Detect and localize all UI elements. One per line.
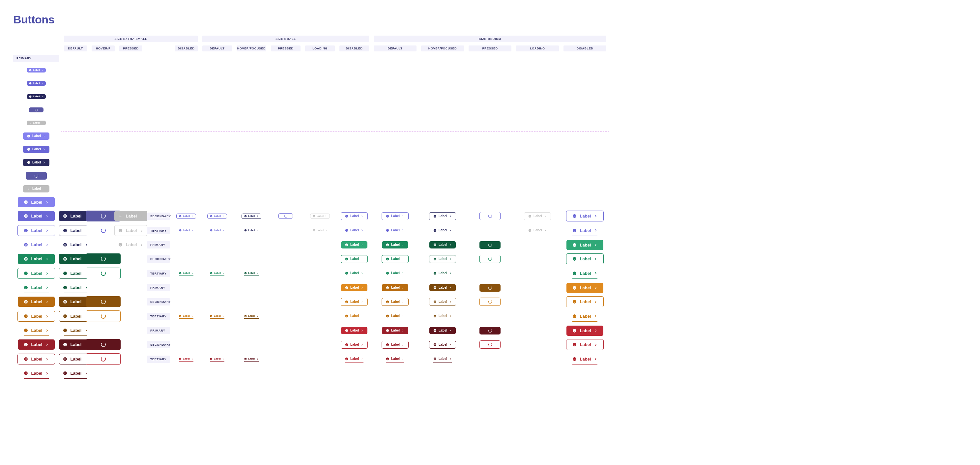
green-tertiary-xs-hover-button[interactable]: Label bbox=[210, 271, 224, 276]
orange-primary-md-default-button[interactable]: Label bbox=[566, 283, 604, 293]
red-tertiary-md-hover-button[interactable]: Label bbox=[24, 368, 49, 379]
green-tertiary-xs-default-button[interactable]: Label bbox=[179, 271, 193, 276]
purple-secondary-xs-hover-button[interactable]: Label bbox=[207, 213, 227, 219]
orange-primary-sm-loading-button[interactable] bbox=[479, 284, 501, 291]
red-tertiary-xs-hover-button[interactable]: Label bbox=[210, 357, 224, 361]
green-primary-sm-pressed-button[interactable]: Label bbox=[430, 241, 456, 248]
green-secondary-sm-loading-button[interactable] bbox=[479, 255, 501, 263]
orange-primary-sm-default-button[interactable]: Label bbox=[341, 284, 368, 291]
purple-tertiary-sm-disabled-button[interactable]: Label bbox=[528, 227, 547, 234]
red-tertiary-xs-default-button[interactable]: Label bbox=[179, 357, 193, 361]
orange-secondary-sm-hover-button[interactable]: Label bbox=[382, 298, 409, 306]
purple-secondary-sm-pressed-button[interactable]: Label bbox=[429, 212, 456, 220]
green-tertiary-sm-hover-button[interactable]: Label bbox=[386, 269, 404, 277]
green-primary-md-default-button[interactable]: Label bbox=[566, 240, 604, 250]
purple-primary-sm-default-button[interactable]: Label bbox=[23, 132, 49, 140]
orange-primary-md-loading-button[interactable] bbox=[86, 296, 121, 307]
green-primary-md-hover-button[interactable]: Label bbox=[18, 254, 55, 264]
red-secondary-sm-pressed-button[interactable]: Label bbox=[429, 341, 456, 349]
orange-tertiary-sm-default-button[interactable]: Label bbox=[345, 312, 363, 320]
purple-secondary-md-hover-button[interactable]: Label bbox=[18, 225, 56, 236]
orange-secondary-md-loading-button[interactable] bbox=[86, 311, 121, 322]
purple-secondary-sm-hover-button[interactable]: Label bbox=[382, 212, 409, 220]
green-secondary-md-default-button[interactable]: Label bbox=[566, 253, 604, 264]
orange-tertiary-md-default-button[interactable]: Label bbox=[573, 311, 598, 322]
purple-primary-sm-loading-button[interactable] bbox=[26, 172, 47, 180]
orange-tertiary-xs-default-button[interactable]: Label bbox=[179, 314, 193, 318]
green-secondary-sm-default-button[interactable]: Label bbox=[341, 255, 368, 263]
purple-tertiary-sm-default-button[interactable]: Label bbox=[345, 227, 363, 234]
purple-tertiary-md-default-button[interactable]: Label bbox=[573, 225, 598, 236]
green-primary-sm-loading-button[interactable] bbox=[479, 241, 501, 249]
purple-tertiary-xs-pressed-button[interactable]: Label bbox=[244, 228, 259, 233]
orange-secondary-sm-pressed-button[interactable]: Label bbox=[429, 298, 456, 306]
purple-secondary-xs-pressed-button[interactable]: Label bbox=[242, 213, 261, 219]
red-primary-md-hover-button[interactable]: Label bbox=[18, 339, 55, 350]
red-tertiary-sm-default-button[interactable]: Label bbox=[345, 355, 363, 363]
purple-secondary-md-disabled-button[interactable]: Label bbox=[115, 225, 147, 236]
purple-secondary-md-default-button[interactable]: Label bbox=[566, 210, 604, 221]
orange-primary-sm-pressed-button[interactable]: Label bbox=[430, 284, 456, 291]
purple-tertiary-xs-default-button[interactable]: Label bbox=[179, 228, 193, 233]
purple-primary-md-hover-button[interactable]: Label bbox=[18, 211, 55, 221]
purple-primary-sm-pressed-button[interactable]: Label bbox=[23, 159, 49, 166]
green-primary-md-loading-button[interactable] bbox=[86, 253, 121, 264]
purple-primary-xs-loading-button[interactable] bbox=[29, 107, 43, 112]
red-primary-sm-pressed-button[interactable]: Label bbox=[430, 327, 456, 334]
purple-secondary-sm-loading-button[interactable] bbox=[479, 212, 501, 220]
orange-tertiary-md-hover-button[interactable]: Label bbox=[24, 325, 49, 336]
orange-tertiary-xs-pressed-button[interactable]: Label bbox=[244, 314, 259, 318]
orange-secondary-md-hover-button[interactable]: Label bbox=[18, 311, 56, 322]
red-secondary-sm-hover-button[interactable]: Label bbox=[382, 341, 409, 349]
green-secondary-md-hover-button[interactable]: Label bbox=[18, 268, 56, 279]
purple-primary-sm-hover-button[interactable]: Label bbox=[23, 146, 49, 153]
purple-secondary-xs-disabled-button[interactable]: Label bbox=[310, 213, 330, 219]
purple-primary-md-disabled-button[interactable]: Label bbox=[115, 211, 147, 221]
purple-secondary-xs-loading-button[interactable] bbox=[278, 213, 293, 219]
green-secondary-sm-pressed-button[interactable]: Label bbox=[429, 255, 456, 263]
red-primary-md-loading-button[interactable] bbox=[86, 339, 121, 350]
purple-primary-xs-disabled-button[interactable]: Label bbox=[27, 121, 46, 125]
green-primary-sm-default-button[interactable]: Label bbox=[341, 241, 368, 248]
red-primary-sm-hover-button[interactable]: Label bbox=[382, 327, 408, 334]
purple-secondary-xs-default-button[interactable]: Label bbox=[176, 213, 196, 219]
red-secondary-md-hover-button[interactable]: Label bbox=[18, 354, 56, 365]
purple-primary-xs-pressed-button[interactable]: Label bbox=[27, 94, 46, 99]
green-secondary-md-loading-button[interactable] bbox=[86, 268, 121, 279]
orange-tertiary-xs-hover-button[interactable]: Label bbox=[210, 314, 224, 318]
orange-primary-md-hover-button[interactable]: Label bbox=[18, 296, 55, 307]
red-primary-sm-default-button[interactable]: Label bbox=[341, 327, 368, 334]
purple-tertiary-md-hover-button[interactable]: Label bbox=[24, 240, 49, 250]
orange-tertiary-md-pressed-button[interactable]: Label bbox=[64, 325, 87, 336]
purple-tertiary-md-disabled-button[interactable]: Label bbox=[119, 240, 142, 250]
green-tertiary-sm-pressed-button[interactable]: Label bbox=[433, 269, 452, 277]
green-tertiary-md-pressed-button[interactable]: Label bbox=[64, 282, 87, 293]
purple-primary-md-default-button[interactable]: Label bbox=[18, 197, 55, 207]
orange-secondary-sm-loading-button[interactable] bbox=[479, 298, 501, 306]
green-tertiary-md-hover-button[interactable]: Label bbox=[24, 282, 49, 293]
orange-primary-sm-hover-button[interactable]: Label bbox=[382, 284, 408, 291]
purple-tertiary-md-pressed-button[interactable]: Label bbox=[64, 240, 87, 250]
red-tertiary-sm-hover-button[interactable]: Label bbox=[386, 355, 404, 363]
red-tertiary-md-pressed-button[interactable]: Label bbox=[64, 368, 87, 379]
orange-tertiary-sm-hover-button[interactable]: Label bbox=[386, 312, 404, 320]
orange-tertiary-sm-pressed-button[interactable]: Label bbox=[433, 312, 452, 320]
green-primary-sm-hover-button[interactable]: Label bbox=[382, 241, 408, 248]
red-primary-md-default-button[interactable]: Label bbox=[566, 326, 604, 336]
purple-primary-xs-hover-button[interactable]: Label bbox=[27, 81, 46, 86]
green-tertiary-sm-default-button[interactable]: Label bbox=[345, 269, 363, 277]
red-secondary-sm-loading-button[interactable] bbox=[479, 341, 501, 349]
purple-secondary-sm-disabled-button[interactable]: Label bbox=[524, 212, 551, 220]
purple-tertiary-xs-hover-button[interactable]: Label bbox=[210, 228, 224, 233]
purple-secondary-sm-default-button[interactable]: Label bbox=[341, 212, 368, 220]
purple-tertiary-sm-pressed-button[interactable]: Label bbox=[433, 227, 452, 234]
red-tertiary-md-default-button[interactable]: Label bbox=[573, 354, 598, 365]
orange-secondary-md-default-button[interactable]: Label bbox=[566, 296, 604, 307]
purple-primary-sm-disabled-button[interactable]: Label bbox=[23, 185, 49, 193]
red-tertiary-xs-pressed-button[interactable]: Label bbox=[244, 357, 259, 361]
red-secondary-sm-default-button[interactable]: Label bbox=[341, 341, 368, 349]
purple-tertiary-xs-disabled-button[interactable]: Label bbox=[313, 228, 327, 233]
green-tertiary-md-default-button[interactable]: Label bbox=[573, 268, 598, 279]
red-secondary-md-loading-button[interactable] bbox=[86, 353, 121, 365]
green-tertiary-xs-pressed-button[interactable]: Label bbox=[244, 271, 259, 276]
